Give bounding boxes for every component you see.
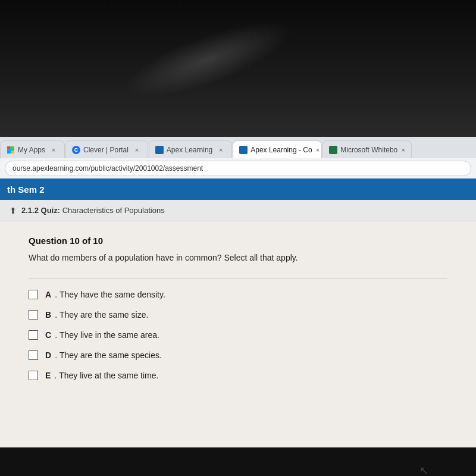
tab-close-icon[interactable]: ×: [132, 145, 142, 155]
clever-icon: C: [72, 146, 80, 154]
tab-label: Clever | Portal: [83, 146, 129, 154]
upload-icon: ⬆: [10, 206, 17, 215]
checkbox-d[interactable]: [29, 350, 38, 360]
checkbox-c[interactable]: [29, 330, 38, 340]
checkbox-a[interactable]: [29, 290, 38, 299]
checkbox-b[interactable]: [29, 310, 38, 320]
tab-my-apps[interactable]: My Apps ×: [0, 140, 65, 158]
question-label: Question 10 of 10: [29, 236, 447, 246]
tab-close-icon[interactable]: ×: [401, 145, 405, 155]
tab-apex-learning-course[interactable]: Apex Learning - Co ×: [233, 140, 322, 158]
answer-option-c[interactable]: C. They live in the same area.: [29, 330, 447, 340]
tab-close-icon[interactable]: ×: [49, 145, 58, 155]
answer-letter-c: C: [45, 330, 51, 340]
answer-text-e: They live at the same time.: [59, 371, 158, 380]
cursor-arrow: ↖: [419, 464, 428, 476]
answer-text-d: They are the same species.: [60, 350, 162, 360]
divider: [29, 278, 447, 279]
bottom-dark-area: ↖: [0, 447, 476, 476]
quiz-bar-section: 2.1.2 Quiz: Characteristics of Populatio…: [21, 206, 165, 215]
answer-text-c: They live in the same area.: [60, 330, 159, 340]
ms-icon: [329, 146, 337, 154]
answer-letter-a: A: [45, 290, 51, 299]
tab-close-icon[interactable]: ×: [216, 145, 226, 155]
omnibox[interactable]: ourse.apexlearning.com/public/activity/2…: [5, 161, 471, 176]
tab-apex-learning[interactable]: Apex Learning ×: [149, 140, 232, 158]
answer-option-e[interactable]: E. They live at the same time.: [29, 371, 447, 380]
tab-label: Apex Learning - Co: [250, 146, 312, 154]
quiz-breadcrumb-bar: ⬆ 2.1.2 Quiz: Characteristics of Populat…: [0, 200, 476, 221]
apex-icon: [155, 146, 164, 154]
windows-icon: [7, 146, 15, 154]
tab-label: Apex Learning: [167, 146, 212, 154]
answer-option-d[interactable]: D. They are the same species.: [29, 350, 447, 360]
tab-label: Microsoft Whitebo: [340, 146, 397, 154]
checkbox-e[interactable]: [29, 371, 38, 380]
apex-icon: [239, 146, 248, 154]
dark-background: [0, 0, 476, 137]
answer-letter-e: E: [45, 371, 51, 380]
nav-bar-label: th Sem 2: [7, 184, 45, 195]
question-text: What do members of a population have in …: [29, 252, 447, 264]
tab-close-icon[interactable]: ×: [316, 145, 320, 155]
answer-option-b[interactable]: B. They are the same size.: [29, 310, 447, 320]
nav-bar: th Sem 2: [0, 178, 476, 200]
answer-text-b: They are the same size.: [60, 310, 148, 320]
tab-microsoft-whiteboard[interactable]: Microsoft Whitebo ×: [322, 140, 412, 158]
content-area: Question 10 of 10 What do members of a p…: [0, 221, 476, 447]
answer-text-a: They have the same density.: [60, 290, 165, 299]
answer-option-a[interactable]: A. They have the same density.: [29, 290, 447, 299]
address-bar: ourse.apexlearning.com/public/activity/2…: [0, 158, 476, 178]
tab-label: My Apps: [18, 146, 45, 154]
answer-letter-d: D: [45, 350, 51, 360]
address-text: ourse.apexlearning.com/public/activity/2…: [12, 164, 203, 173]
answer-letter-b: B: [45, 310, 51, 320]
browser-tabs-bar: My Apps × C Clever | Portal × Apex Learn…: [0, 137, 476, 158]
tab-clever[interactable]: C Clever | Portal ×: [65, 140, 148, 158]
